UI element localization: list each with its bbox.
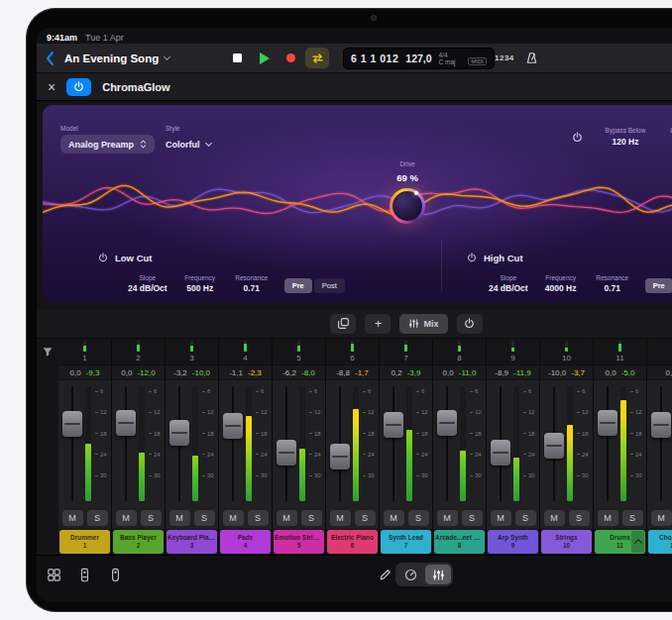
close-button[interactable]: × — [48, 80, 56, 94]
channel-strip-button[interactable] — [73, 564, 95, 585]
track-label[interactable]: Arp Synth 9 — [488, 530, 538, 554]
pre-button[interactable]: Pre — [645, 278, 672, 293]
fader-cap[interactable] — [330, 444, 350, 469]
mute-button[interactable]: M — [330, 510, 351, 526]
fader-cap[interactable] — [62, 411, 82, 437]
low-cut-power-button[interactable] — [98, 251, 108, 265]
post-button[interactable]: Post — [314, 278, 345, 293]
filter-button[interactable] — [42, 346, 54, 361]
browsers-button[interactable] — [43, 564, 64, 585]
track-label[interactable]: Electric Piano 6 — [327, 530, 378, 554]
solo-button[interactable]: S — [622, 510, 643, 526]
mixer-view-button[interactable] — [425, 565, 451, 584]
solo-button[interactable]: S — [301, 510, 322, 526]
model-control[interactable]: Model Analog Preamp — [60, 125, 155, 154]
fader-cap[interactable] — [277, 440, 296, 465]
track-label[interactable]: Synth Lead 7 — [381, 530, 431, 554]
fader-cap[interactable] — [598, 410, 617, 436]
solo-button[interactable]: S — [515, 510, 536, 526]
mute-button[interactable]: M — [544, 510, 565, 526]
high-cut-power-button[interactable] — [467, 251, 477, 265]
plugin-power-button[interactable] — [66, 78, 91, 96]
mute-button[interactable]: M — [384, 510, 404, 526]
mute-button[interactable]: M — [223, 510, 244, 526]
fader-cap[interactable] — [544, 433, 564, 459]
mix-button[interactable]: Mix — [399, 314, 447, 334]
cycle-button[interactable] — [305, 48, 329, 68]
track-label[interactable]: Strings 10 — [541, 530, 592, 554]
controller-button[interactable] — [104, 564, 126, 585]
solo-button[interactable]: S — [569, 510, 590, 526]
fader-cap[interactable] — [384, 412, 403, 438]
add-track-button[interactable]: + — [365, 314, 391, 334]
mute-button[interactable]: M — [277, 510, 297, 526]
mute-button[interactable]: M — [651, 510, 672, 526]
play-button[interactable] — [252, 48, 276, 68]
mute-button[interactable]: M — [491, 510, 511, 526]
slope-value: 24 dB/Oct — [489, 283, 528, 293]
low-cut-resonance[interactable]: Resonance 0.71 — [233, 274, 271, 293]
track-label[interactable]: Emotion Strings 5 — [274, 530, 324, 554]
resonance-label: Resonance — [594, 274, 631, 281]
solo-button[interactable]: S — [248, 510, 269, 526]
high-cut-resonance[interactable]: Resonance 0.71 — [594, 274, 631, 293]
mixer-channel: 8 0,0 -11,0 612182430 M S Arcade...eet P… — [433, 339, 487, 555]
mute-button[interactable]: M — [116, 510, 137, 526]
track-label[interactable]: Chorus V 12 — [648, 530, 672, 554]
high-cut-frequency[interactable]: Frequency 4000 Hz — [542, 274, 580, 293]
fader-track — [660, 386, 662, 501]
fader-cap[interactable] — [169, 420, 189, 446]
duplicate-button[interactable] — [330, 314, 356, 334]
metronome-button[interactable] — [520, 48, 544, 68]
mute-button[interactable]: M — [437, 510, 458, 526]
drive-knob[interactable] — [390, 188, 425, 224]
level-label: Level — [655, 127, 672, 134]
model-value: Analog Preamp — [68, 140, 134, 150]
edit-button[interactable] — [374, 564, 395, 585]
lcd-display[interactable]: 6 1 1 012 127,0 4/4 C maj MIDI — [343, 48, 495, 69]
chevron-up-icon[interactable] — [631, 531, 644, 553]
solo-button[interactable]: S — [355, 510, 376, 526]
mute-button[interactable]: M — [62, 510, 83, 526]
automation-view-button[interactable] — [397, 565, 423, 584]
back-button[interactable] — [45, 49, 60, 68]
mixer-toolbar: + Mix — [37, 309, 672, 339]
solo-button[interactable]: S — [194, 510, 215, 526]
level-control[interactable]: Level 0.0 — [655, 127, 672, 147]
record-button[interactable] — [279, 48, 302, 68]
track-label[interactable]: Pads 4 — [220, 530, 271, 554]
solo-button[interactable]: S — [408, 510, 429, 526]
stop-button[interactable] — [225, 48, 249, 68]
track-name: Bass Player — [120, 534, 157, 542]
channel-volume-db: 0,0 — [70, 368, 81, 377]
track-label[interactable]: Drummer 1 — [59, 530, 110, 554]
track-label[interactable]: Bass Player 2 — [113, 530, 164, 554]
track-label[interactable]: Arcade...eet Pad 8 — [434, 530, 485, 554]
low-cut-slope[interactable]: Slope 24 dB/Oct — [128, 274, 168, 293]
style-select[interactable]: Colorful — [166, 135, 211, 155]
style-control[interactable]: Style Colorful — [166, 125, 211, 155]
solo-button[interactable]: S — [141, 510, 162, 526]
channel-mini-meter — [351, 341, 354, 352]
bypass-below-control[interactable]: Bypass Below 120 Hz — [594, 127, 657, 147]
mute-button[interactable]: M — [169, 510, 190, 526]
solo-button[interactable]: S — [462, 510, 483, 526]
fader-cap[interactable] — [223, 413, 243, 439]
fader-cap[interactable] — [651, 412, 671, 438]
mute-button[interactable]: M — [598, 510, 618, 526]
track-label[interactable]: Drums 11 — [595, 530, 645, 554]
track-label[interactable]: Keyboard Player 3 — [167, 530, 217, 554]
low-cut-frequency[interactable]: Frequency 500 Hz — [181, 274, 219, 293]
high-cut-slope[interactable]: Slope 24 dB/Oct — [489, 274, 528, 293]
solo-button[interactable]: S — [87, 510, 108, 526]
fader-cap[interactable] — [437, 410, 457, 436]
song-title-menu[interactable]: An Evening Song — [64, 52, 169, 64]
fader-cap[interactable] — [116, 410, 136, 436]
fader-area: 612182430 — [594, 380, 646, 507]
count-in-button[interactable]: 1234 — [495, 48, 514, 68]
fader-cap[interactable] — [491, 440, 510, 465]
drive-control[interactable]: Drive 69 % — [370, 160, 445, 224]
pre-button[interactable]: Pre — [284, 278, 312, 293]
model-select[interactable]: Analog Preamp — [60, 135, 155, 154]
bypass-power-button[interactable] — [572, 131, 583, 146]
